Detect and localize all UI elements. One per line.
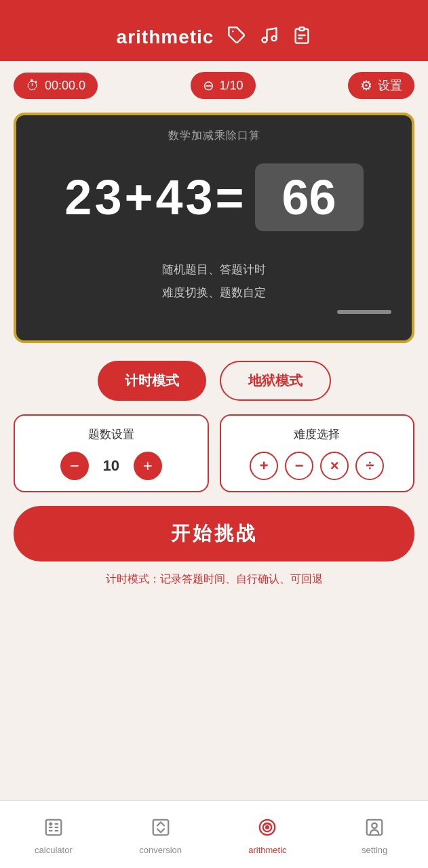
setting-icon xyxy=(364,817,385,842)
counter-value: 10 xyxy=(101,457,121,475)
conversion-icon xyxy=(151,817,171,842)
mode-row: 计时模式 地狱模式 xyxy=(14,361,414,401)
timer-badge[interactable]: ⏱ 00:00.0 xyxy=(14,73,98,99)
svg-point-1 xyxy=(262,37,267,42)
settings-row: 题数设置 − 10 + 难度选择 + − × ÷ xyxy=(14,414,414,492)
blackboard-desc-line1: 随机题目、答题计时 xyxy=(162,263,266,276)
app-header: arithmetic xyxy=(0,0,428,61)
answer-box[interactable]: 66 xyxy=(255,163,364,231)
progress-badge: ⊖ 1/10 xyxy=(191,72,256,99)
nav-label-conversion: conversion xyxy=(139,845,182,855)
timed-mode-button[interactable]: 计时模式 xyxy=(98,361,206,401)
difficulty-label: 难度选择 xyxy=(294,427,340,442)
hint-text: 计时模式：记录答题时间、自行确认、可回退 xyxy=(0,572,428,600)
op-divide-button[interactable]: ÷ xyxy=(355,452,384,480)
svg-rect-18 xyxy=(367,819,383,835)
op-times-button[interactable]: × xyxy=(320,452,349,480)
blackboard-eraser xyxy=(337,310,391,314)
blackboard: 数学加减乘除口算 23+43= 66 随机题目、答题计时 难度切换、题数自定 xyxy=(14,113,414,343)
settings-label: 设置 xyxy=(378,77,402,94)
question-count-card: 题数设置 − 10 + xyxy=(14,414,209,492)
nav-item-conversion[interactable]: conversion xyxy=(107,809,214,855)
progress-value: 1/10 xyxy=(220,79,244,93)
top-bar: ⏱ 00:00.0 ⊖ 1/10 ⚙ 设置 xyxy=(0,61,428,110)
answer-value: 66 xyxy=(282,170,336,225)
settings-icon: ⚙ xyxy=(360,77,372,94)
question-count-label: 题数设置 xyxy=(88,427,134,442)
settings-badge[interactable]: ⚙ 设置 xyxy=(348,72,414,99)
blackboard-desc: 随机题目、答题计时 难度切换、题数自定 xyxy=(162,258,266,304)
svg-rect-6 xyxy=(46,819,62,835)
arithmetic-icon xyxy=(257,817,277,842)
bottom-nav: calculator conversion arithmetic xyxy=(0,800,428,868)
tag-icon[interactable] xyxy=(227,26,246,50)
equation-row: 23+43= 66 xyxy=(64,163,363,231)
svg-point-2 xyxy=(272,36,277,41)
svg-point-17 xyxy=(267,826,269,829)
blackboard-subtitle: 数学加减乘除口算 xyxy=(168,129,260,143)
equation-left: 23+43= xyxy=(64,170,246,225)
start-button[interactable]: 开始挑战 xyxy=(14,506,414,561)
calculator-icon xyxy=(43,817,64,842)
timer-value: 00:00.0 xyxy=(45,79,85,93)
music-icon[interactable] xyxy=(260,26,279,50)
nav-label-setting: setting xyxy=(362,845,387,855)
op-minus-button[interactable]: − xyxy=(285,452,313,480)
difficulty-card: 难度选择 + − × ÷ xyxy=(220,414,415,492)
svg-point-19 xyxy=(372,823,377,828)
clipboard-icon[interactable] xyxy=(292,26,311,50)
increment-button[interactable]: + xyxy=(134,452,162,480)
nav-label-arithmetic: arithmetic xyxy=(248,845,286,855)
decrement-button[interactable]: − xyxy=(60,452,89,480)
svg-rect-3 xyxy=(300,27,305,31)
op-plus-button[interactable]: + xyxy=(250,452,278,480)
counter-row: − 10 + xyxy=(60,452,162,480)
nav-label-calculator: calculator xyxy=(35,845,73,855)
blackboard-desc-line2: 难度切换、题数自定 xyxy=(162,286,266,299)
nav-item-calculator[interactable]: calculator xyxy=(0,809,107,855)
start-button-wrap: 开始挑战 xyxy=(14,506,414,561)
nav-item-arithmetic[interactable]: arithmetic xyxy=(214,809,322,855)
nav-item-setting[interactable]: setting xyxy=(321,809,428,855)
ops-row: + − × ÷ xyxy=(250,452,384,480)
hell-mode-button[interactable]: 地狱模式 xyxy=(220,361,331,401)
progress-icon: ⊖ xyxy=(203,77,214,94)
app-title: arithmetic xyxy=(117,26,214,48)
clock-icon: ⏱ xyxy=(26,78,39,94)
